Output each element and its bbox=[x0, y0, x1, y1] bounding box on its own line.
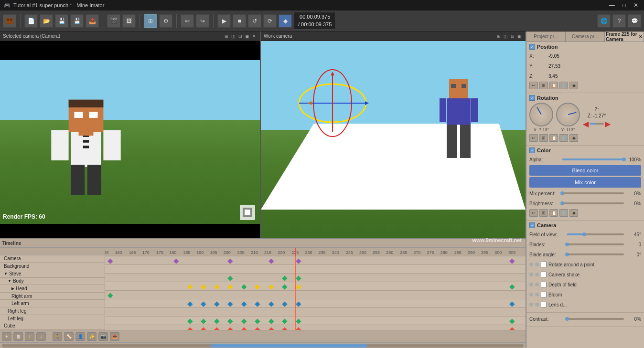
rot-kf-btn[interactable]: ◆ bbox=[569, 134, 578, 142]
fov-slider[interactable] bbox=[567, 233, 624, 235]
rot-link-btn[interactable]: 🔗 bbox=[559, 134, 568, 142]
vp-r-icon-3[interactable]: ⊡ bbox=[510, 34, 515, 39]
tl-fx-btn[interactable]: ✨ bbox=[87, 332, 97, 341]
kf-cam-1[interactable] bbox=[108, 258, 113, 264]
kf-rleg-10[interactable] bbox=[509, 318, 515, 324]
kf-rarm-10[interactable] bbox=[509, 301, 515, 306]
redo-btn[interactable]: ↪ bbox=[196, 14, 209, 28]
tl-up-btn[interactable]: ↑ bbox=[25, 332, 34, 341]
pos-paste-btn[interactable]: 📋 bbox=[549, 82, 558, 89]
globe-btn[interactable]: 🌐 bbox=[597, 14, 611, 28]
tl-walk-btn[interactable]: 🚶 bbox=[53, 332, 62, 341]
video-btn[interactable]: 🎬 bbox=[107, 14, 120, 28]
blend-color-btn[interactable]: Blend color bbox=[529, 165, 641, 176]
tl-bone-btn[interactable]: 🦴 bbox=[64, 332, 74, 341]
minimize-button[interactable]: — bbox=[607, 2, 617, 9]
kf-cam-5[interactable] bbox=[296, 258, 301, 264]
kf-body-3[interactable] bbox=[214, 284, 219, 289]
blades-slider[interactable] bbox=[567, 243, 624, 245]
kf-rarm-8[interactable] bbox=[282, 301, 287, 306]
kf-rarm-6[interactable] bbox=[255, 301, 260, 306]
vp-icon-1[interactable]: ⊞ bbox=[224, 34, 229, 39]
contrast-slider[interactable] bbox=[567, 318, 624, 320]
col-link-btn[interactable]: 🔗 bbox=[559, 209, 568, 217]
export-btn[interactable]: 📤 bbox=[86, 14, 99, 28]
kf-body-7[interactable] bbox=[268, 284, 274, 289]
kf-rarm-4[interactable] bbox=[227, 301, 233, 306]
pos-link-btn[interactable]: 🔗 bbox=[559, 82, 568, 89]
brightness-slider[interactable] bbox=[562, 202, 624, 204]
vp-close[interactable]: ✕ bbox=[251, 34, 257, 39]
camera-shake-checkbox[interactable] bbox=[541, 272, 547, 277]
mix-color-btn[interactable]: Mix color bbox=[529, 177, 641, 188]
kf-rarm-5[interactable] bbox=[241, 301, 247, 306]
kf-body-2[interactable] bbox=[201, 284, 206, 289]
pos-copy-btn[interactable]: ⊞ bbox=[539, 82, 548, 89]
help-btn[interactable]: ? bbox=[612, 14, 626, 28]
kf-rleg-1[interactable] bbox=[187, 318, 193, 324]
vp-icon-2[interactable]: ◫ bbox=[230, 34, 236, 39]
kf-lleg-2[interactable] bbox=[201, 327, 206, 330]
kf-cam-6[interactable] bbox=[509, 258, 515, 264]
kf-lleg-6[interactable] bbox=[255, 327, 260, 330]
z-arrow-left[interactable]: ◀ bbox=[583, 119, 589, 128]
mix-percent-thumb[interactable] bbox=[560, 191, 564, 195]
kf-lleg-10[interactable] bbox=[509, 327, 515, 330]
brightness-thumb[interactable] bbox=[560, 201, 564, 205]
kf-body-1[interactable] bbox=[187, 284, 193, 289]
tl-skin-btn[interactable]: 👤 bbox=[75, 332, 85, 341]
kf-body-8[interactable] bbox=[282, 284, 287, 289]
contrast-thumb[interactable] bbox=[565, 317, 569, 321]
alpha-thumb[interactable] bbox=[622, 158, 626, 161]
y-rotation-dial[interactable] bbox=[556, 103, 580, 127]
x-rotation-dial[interactable] bbox=[529, 103, 553, 127]
kf-rleg-8[interactable] bbox=[282, 318, 287, 324]
save-btn[interactable]: 💾 bbox=[55, 14, 68, 28]
kf-body-6[interactable] bbox=[255, 284, 260, 289]
kf-steve-3[interactable] bbox=[296, 275, 301, 281]
rotate-around-checkbox[interactable] bbox=[541, 262, 547, 267]
tab-close-icon[interactable]: ✕ bbox=[639, 34, 643, 39]
vp-icon-3[interactable]: ⊡ bbox=[237, 34, 243, 39]
kf-body-5[interactable] bbox=[241, 284, 247, 289]
app-logo-btn[interactable] bbox=[3, 14, 16, 28]
kf-rarm-9[interactable] bbox=[296, 301, 301, 306]
maximize-button[interactable]: □ bbox=[621, 2, 628, 9]
kf-lleg-8[interactable] bbox=[282, 327, 287, 330]
rotation-checkbox[interactable]: ✓ bbox=[529, 95, 535, 101]
kf-steve-2[interactable] bbox=[282, 275, 287, 281]
col-prev-btn[interactable]: ↩ bbox=[529, 209, 538, 217]
image-btn[interactable]: 🖼 bbox=[122, 14, 136, 28]
color-checkbox[interactable]: ✓ bbox=[529, 148, 535, 153]
tl-dn-btn[interactable]: ↓ bbox=[36, 332, 46, 341]
tl-del-btn[interactable]: 🗑 bbox=[13, 332, 23, 341]
play-btn[interactable]: ▶ bbox=[217, 14, 231, 28]
rot-copy-btn[interactable]: ⊞ bbox=[539, 134, 548, 142]
saveas-btn[interactable]: 💾 bbox=[70, 14, 84, 28]
kf-lleg-7[interactable] bbox=[268, 327, 274, 330]
z-arrow-right[interactable]: ▶ bbox=[605, 119, 611, 128]
kf-rarm-3[interactable] bbox=[214, 301, 219, 306]
track-label-steve[interactable]: ▼Steve bbox=[0, 270, 105, 278]
camera-section-checkbox[interactable]: ✓ bbox=[529, 222, 535, 228]
alpha-slider[interactable] bbox=[562, 158, 624, 160]
position-checkbox[interactable]: ✓ bbox=[529, 44, 535, 50]
track-label-body[interactable]: ▼Body bbox=[0, 278, 105, 285]
fov-thumb[interactable] bbox=[582, 232, 586, 236]
undo-btn[interactable]: ↩ bbox=[181, 14, 194, 28]
kf-head-1[interactable] bbox=[108, 293, 113, 298]
pos-prev-btn[interactable]: ↩ bbox=[529, 82, 538, 89]
view-btn[interactable]: ⊞ bbox=[144, 14, 157, 28]
blade-angle-thumb[interactable] bbox=[565, 253, 569, 256]
pos-kf-btn[interactable]: ◆ bbox=[569, 82, 578, 89]
kf-rleg-9[interactable] bbox=[296, 318, 301, 324]
kf-body-10[interactable] bbox=[509, 284, 515, 289]
vp-r-icon-1[interactable]: ⊞ bbox=[496, 34, 502, 39]
settings-btn[interactable]: ⚙ bbox=[159, 14, 172, 28]
kf-lleg-4[interactable] bbox=[227, 327, 233, 330]
kf-cam-2[interactable] bbox=[173, 258, 179, 264]
tab-frame-camera[interactable]: Frame 225 for Camera ✕ bbox=[605, 32, 644, 42]
kf-cam-3[interactable] bbox=[227, 258, 233, 264]
bloom-checkbox[interactable] bbox=[541, 292, 547, 297]
kf-lleg-5[interactable] bbox=[241, 327, 247, 330]
